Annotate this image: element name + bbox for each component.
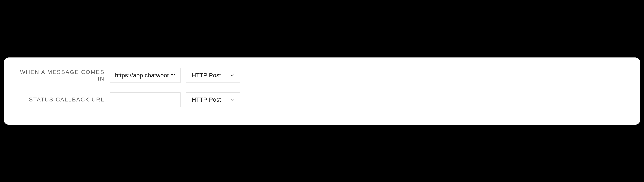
label-status-callback: STATUS CALLBACK URL <box>18 96 104 103</box>
chevron-down-icon <box>230 97 234 102</box>
input-status-callback-url[interactable] <box>110 93 180 107</box>
chevron-down-icon <box>230 73 234 78</box>
label-message-comes-in: WHEN A MESSAGE COMES IN <box>18 69 104 82</box>
select-status-callback-method-value: HTTP Post <box>192 96 226 103</box>
input-message-url[interactable] <box>110 68 180 83</box>
row-message-comes-in: WHEN A MESSAGE COMES IN HTTP Post <box>18 68 626 83</box>
row-status-callback: STATUS CALLBACK URL HTTP Post <box>18 93 626 107</box>
select-message-method-value: HTTP Post <box>192 72 226 79</box>
select-message-method[interactable]: HTTP Post <box>186 68 240 83</box>
select-status-callback-method[interactable]: HTTP Post <box>186 93 240 107</box>
webhook-config-card: WHEN A MESSAGE COMES IN HTTP Post STATUS… <box>4 57 640 125</box>
